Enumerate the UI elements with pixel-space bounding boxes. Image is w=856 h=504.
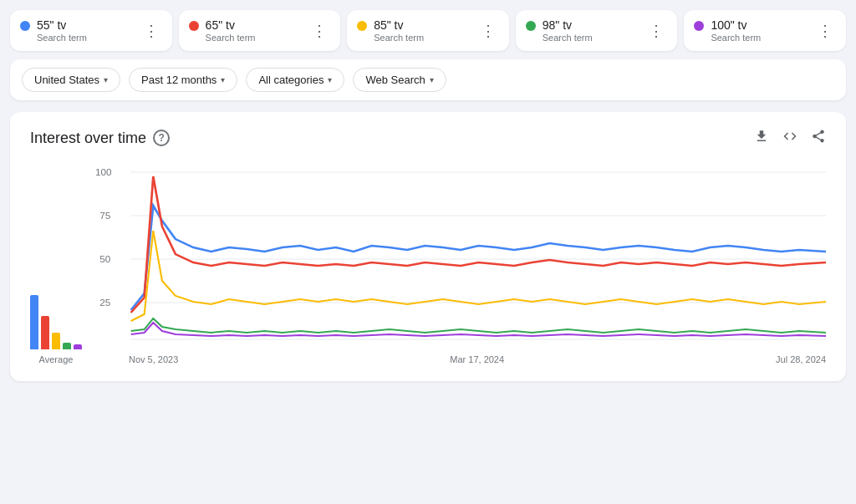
y-label-75: 75 [99, 211, 110, 221]
line-98tv [131, 318, 826, 333]
search-term-left: 55" tv Search term [20, 18, 87, 43]
chart-title-wrap: Interest over time ? [30, 130, 170, 147]
avg-bar-5 [74, 344, 82, 349]
category-label: All categories [258, 74, 324, 86]
chart-area: Average 100 75 50 25 [30, 164, 826, 364]
search-term-card-term4: 98" tv Search term ⋮ [516, 10, 678, 51]
x-label-jul: Jul 28, 2024 [776, 354, 826, 364]
y-label-100: 100 [95, 167, 112, 177]
type-filter[interactable]: Web Search ▾ [353, 68, 446, 92]
x-label-nov: Nov 5, 2023 [129, 354, 178, 364]
chart-actions [754, 129, 826, 147]
type-chevron-icon: ▾ [430, 75, 434, 84]
more-options-icon[interactable]: ⋮ [308, 20, 330, 42]
search-term-left: 100" tv Search term [694, 18, 761, 43]
time-filter[interactable]: Past 12 months ▾ [129, 68, 237, 92]
search-term-card-term3: 85" tv Search term ⋮ [347, 10, 509, 51]
more-options-icon[interactable]: ⋮ [645, 20, 667, 42]
chart-card: Interest over time ? Average [10, 112, 846, 381]
chart-title: Interest over time [30, 130, 146, 147]
time-chevron-icon: ▾ [221, 75, 225, 84]
search-term-card-term2: 65" tv Search term ⋮ [179, 10, 341, 51]
search-term-type-label: Search term [374, 33, 424, 43]
search-term-title: 85" tv [374, 18, 424, 32]
search-term-left: 65" tv Search term [189, 18, 256, 43]
search-term-text: 55" tv Search term [37, 18, 87, 43]
avg-bar-4 [63, 343, 71, 349]
search-term-text: 98" tv Search term [543, 18, 593, 43]
search-terms-row: 55" tv Search term ⋮ 65" tv Search term … [10, 10, 846, 51]
chart-svg: 100 75 50 25 [95, 164, 826, 348]
category-filter[interactable]: All categories ▾ [246, 68, 344, 92]
avg-bars [30, 283, 82, 349]
y-label-25: 25 [99, 298, 110, 308]
term-dot [189, 21, 199, 31]
region-filter[interactable]: United States ▾ [22, 68, 120, 92]
more-options-icon[interactable]: ⋮ [814, 20, 836, 42]
search-term-card-term1: 55" tv Search term ⋮ [10, 10, 172, 51]
filter-row: United States ▾ Past 12 months ▾ All cat… [10, 59, 846, 100]
avg-label: Average [39, 354, 74, 364]
search-term-type-label: Search term [543, 33, 593, 43]
search-term-text: 65" tv Search term [206, 18, 256, 43]
avg-section: Average [30, 283, 82, 364]
search-term-title: 65" tv [206, 18, 256, 32]
search-term-title: 55" tv [37, 18, 87, 32]
y-label-50: 50 [99, 254, 110, 264]
search-term-type-label: Search term [206, 33, 256, 43]
chart-main: 100 75 50 25 Nov 5, 2023 Mar 17, 2024 [95, 164, 826, 364]
search-term-type-label: Search term [37, 33, 87, 43]
more-options-icon[interactable]: ⋮ [140, 20, 162, 42]
search-term-type-label: Search term [711, 33, 761, 43]
more-options-icon[interactable]: ⋮ [477, 20, 499, 42]
search-term-text: 85" tv Search term [374, 18, 424, 43]
help-icon[interactable]: ? [153, 130, 170, 146]
term-dot [526, 21, 536, 31]
avg-bar-2 [41, 316, 49, 349]
time-label: Past 12 months [141, 74, 217, 86]
category-chevron-icon: ▾ [328, 75, 332, 84]
line-100tv [131, 323, 826, 336]
term-dot [357, 21, 367, 31]
download-button[interactable] [754, 129, 769, 147]
search-term-card-term5: 100" tv Search term ⋮ [684, 10, 846, 51]
region-chevron-icon: ▾ [104, 75, 108, 84]
chart-x-labels: Nov 5, 2023 Mar 17, 2024 Jul 28, 2024 [129, 351, 826, 364]
type-label: Web Search [365, 74, 425, 86]
avg-bar-1 [30, 295, 38, 349]
line-65tv [131, 176, 826, 313]
line-55tv [131, 206, 826, 310]
region-label: United States [34, 74, 99, 86]
search-term-text: 100" tv Search term [711, 18, 761, 43]
search-term-title: 100" tv [711, 18, 761, 32]
line-85tv [131, 231, 826, 321]
search-term-title: 98" tv [543, 18, 593, 32]
term-dot [20, 21, 30, 31]
search-term-left: 98" tv Search term [526, 18, 593, 43]
share-button[interactable] [811, 129, 826, 147]
avg-bar-3 [52, 333, 60, 349]
term-dot [694, 21, 704, 31]
search-term-left: 85" tv Search term [357, 18, 424, 43]
chart-header: Interest over time ? [30, 129, 826, 147]
x-label-mar: Mar 17, 2024 [450, 354, 504, 364]
embed-button[interactable] [782, 129, 797, 147]
